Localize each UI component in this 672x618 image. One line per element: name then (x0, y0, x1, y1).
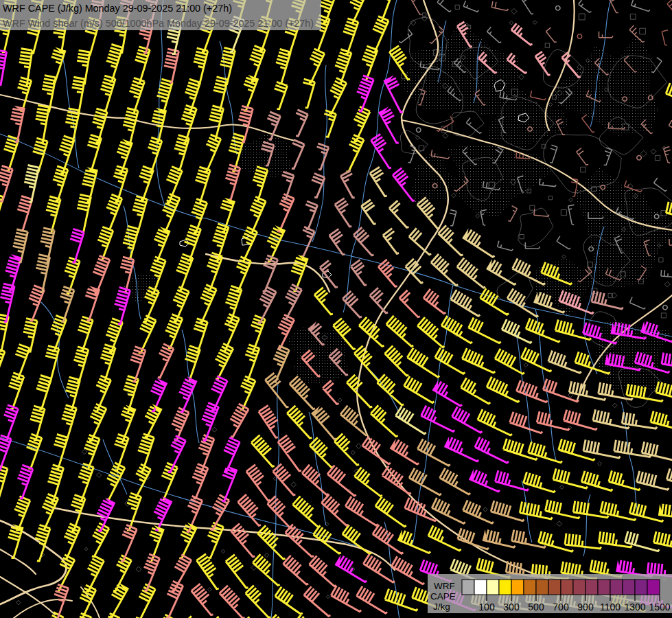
svg-text:700: 700 (553, 602, 569, 613)
svg-text:J/kg: J/kg (433, 602, 450, 612)
svg-text:WRF Wind shear (m/s) 500/1000h: WRF Wind shear (m/s) 500/1000hPa Monday … (3, 17, 314, 29)
svg-text:900: 900 (577, 602, 594, 613)
svg-text:1300: 1300 (624, 602, 645, 613)
svg-text:WRF: WRF (434, 581, 455, 591)
svg-text:WRF CAPE (J/kg) Monday 29-09-2: WRF CAPE (J/kg) Monday 29-09-2025 21:00 … (3, 2, 232, 14)
svg-text:300: 300 (503, 602, 520, 613)
svg-text:100: 100 (478, 602, 495, 613)
svg-text:CAPE: CAPE (430, 591, 456, 602)
svg-text:500: 500 (528, 602, 544, 613)
svg-text:1500: 1500 (649, 602, 670, 613)
svg-text:1100: 1100 (600, 602, 621, 613)
